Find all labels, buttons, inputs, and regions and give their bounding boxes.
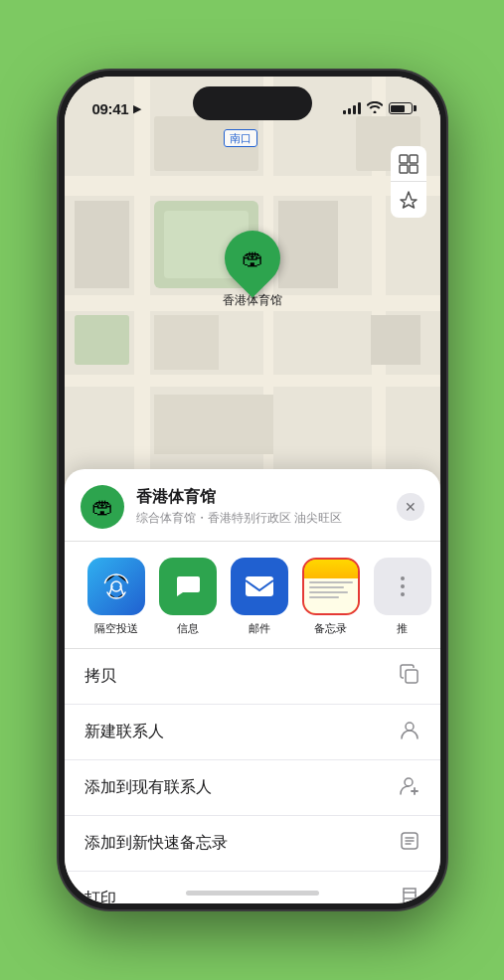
print-icon xyxy=(399,886,420,903)
svg-point-8 xyxy=(405,778,413,786)
share-row: 隔空投送 信息 邮件 xyxy=(65,542,440,649)
messages-icon xyxy=(159,558,217,615)
mail-icon xyxy=(231,558,288,615)
share-item-more[interactable]: 推 xyxy=(367,558,438,636)
new-contact-label: 新建联系人 xyxy=(84,722,164,742)
svg-rect-6 xyxy=(406,670,418,683)
action-row-print[interactable]: 打印 xyxy=(65,872,440,903)
home-indicator xyxy=(186,891,319,896)
action-row-copy[interactable]: 拷贝 xyxy=(65,649,440,705)
venue-name: 香港体育馆 xyxy=(136,487,385,508)
phone-screen: 09:41 ▶ xyxy=(65,77,440,903)
svg-rect-10 xyxy=(404,898,416,903)
action-row-add-notes[interactable]: 添加到新快速备忘录 xyxy=(65,816,440,872)
bottom-sheet: 🏟 香港体育馆 综合体育馆・香港特别行政区 油尖旺区 ✕ 隔空投送 xyxy=(65,469,440,903)
battery-icon xyxy=(389,102,413,114)
messages-label: 信息 xyxy=(177,621,199,636)
svg-rect-2 xyxy=(400,165,408,173)
location-arrow-icon: ▶ xyxy=(133,102,141,115)
svg-point-11 xyxy=(415,895,417,897)
dynamic-island xyxy=(193,86,312,120)
close-button[interactable]: ✕ xyxy=(397,493,424,521)
signal-bars-icon xyxy=(343,102,361,114)
status-icons xyxy=(343,101,413,116)
svg-point-7 xyxy=(406,723,414,731)
airdrop-label: 隔空投送 xyxy=(94,621,138,636)
action-list: 拷贝 新建联系人 添加到现有联系人 xyxy=(65,649,440,903)
mail-label: 邮件 xyxy=(249,621,270,636)
add-notes-icon xyxy=(399,830,420,857)
notes-icon xyxy=(302,558,360,615)
more-icon xyxy=(374,558,431,615)
map-pin: 🏟 香港体育馆 xyxy=(223,231,282,309)
svg-rect-0 xyxy=(400,155,408,163)
add-contact-label: 添加到现有联系人 xyxy=(84,777,212,798)
map-area[interactable]: 南口 🏟 香港体育馆 xyxy=(65,77,440,514)
venue-icon: 🏟 xyxy=(81,485,124,529)
print-label: 打印 xyxy=(84,889,116,903)
status-time: 09:41 xyxy=(92,100,129,117)
svg-rect-3 xyxy=(410,165,418,173)
svg-rect-1 xyxy=(410,155,418,163)
notes-label: 备忘录 xyxy=(314,621,347,636)
svg-rect-5 xyxy=(246,576,273,596)
copy-label: 拷贝 xyxy=(84,666,116,687)
share-item-messages[interactable]: 信息 xyxy=(152,558,224,636)
action-row-new-contact[interactable]: 新建联系人 xyxy=(65,705,440,760)
phone-frame: 09:41 ▶ xyxy=(59,71,446,909)
add-notes-label: 添加到新快速备忘录 xyxy=(84,833,228,854)
map-type-button[interactable] xyxy=(391,146,426,182)
share-item-airdrop[interactable]: 隔空投送 xyxy=(81,558,152,636)
share-item-notes[interactable]: 备忘录 xyxy=(295,558,367,636)
wifi-icon xyxy=(367,101,383,116)
map-controls xyxy=(391,146,426,218)
share-item-mail[interactable]: 邮件 xyxy=(224,558,295,636)
sheet-header: 🏟 香港体育馆 综合体育馆・香港特别行政区 油尖旺区 ✕ xyxy=(65,485,440,542)
add-contact-icon xyxy=(399,774,420,801)
action-row-add-contact[interactable]: 添加到现有联系人 xyxy=(65,760,440,816)
location-button[interactable] xyxy=(391,182,426,218)
venue-subtitle: 综合体育馆・香港特别行政区 油尖旺区 xyxy=(136,510,385,527)
copy-icon xyxy=(399,663,420,690)
map-location-label: 南口 xyxy=(224,129,257,147)
more-label: 推 xyxy=(397,621,408,636)
airdrop-icon xyxy=(87,558,145,615)
new-contact-icon xyxy=(399,719,420,745)
